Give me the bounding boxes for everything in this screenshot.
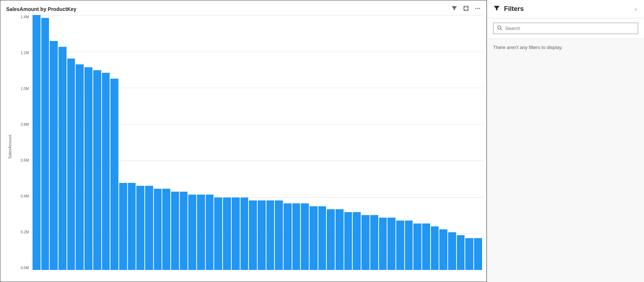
bar-10[interactable] (119, 183, 127, 270)
bar-45[interactable] (422, 223, 430, 270)
bar-13[interactable] (145, 186, 153, 270)
x-tick-30: s₅ (292, 270, 300, 272)
bar-6[interactable] (84, 67, 92, 270)
search-input[interactable] (505, 26, 634, 31)
bar-44[interactable] (413, 223, 421, 270)
x-tick-39: s₃ (370, 270, 378, 272)
bar-8[interactable] (102, 73, 110, 270)
x-tick-40: s₃ (379, 270, 387, 272)
bar-0[interactable] (33, 15, 41, 270)
bar-23[interactable] (232, 198, 240, 270)
bar-11[interactable] (128, 183, 136, 270)
bar-29[interactable] (284, 203, 292, 270)
x-tick-38: s₃ (361, 270, 370, 272)
x-tick-48: s₃ (448, 270, 456, 272)
x-tick-0: B₃ (33, 270, 41, 272)
filters-panel-icon (493, 4, 500, 14)
x-tick-26: s₅ (258, 270, 266, 272)
bar-7[interactable] (93, 70, 101, 270)
x-tick-25: s₅ (249, 270, 257, 272)
bar-51[interactable] (474, 238, 482, 270)
bar-15[interactable] (162, 189, 170, 270)
bar-17[interactable] (180, 192, 188, 270)
focus-mode-icon[interactable] (462, 5, 470, 14)
bar-24[interactable] (240, 198, 249, 270)
filters-empty-message: There aren't any filters to display. (487, 39, 644, 56)
bar-31[interactable] (301, 203, 309, 270)
x-tick-31: s₃ (301, 270, 309, 272)
bar-46[interactable] (431, 226, 439, 270)
y-tick-0.2m: 0.2M (14, 230, 31, 234)
bar-38[interactable] (361, 215, 370, 270)
bar-25[interactable] (249, 200, 257, 270)
x-tick-27: s₅ (266, 270, 274, 272)
bar-22[interactable] (223, 198, 231, 270)
bar-4[interactable] (67, 59, 75, 270)
bar-1[interactable] (41, 18, 49, 270)
filters-header: Filters › (487, 0, 644, 18)
filters-collapse-button[interactable]: › (633, 5, 638, 14)
bar-21[interactable] (214, 198, 222, 270)
y-tick-0.4m: 0.4M (14, 194, 31, 198)
filters-panel: Filters › There aren't any filters to di… (487, 0, 644, 282)
x-tick-18: s₅ (188, 270, 196, 272)
y-tick-1.2m: 1.2M (14, 51, 31, 55)
x-tick-10: s₅ (119, 270, 127, 272)
bar-40[interactable] (379, 218, 387, 270)
bar-41[interactable] (387, 218, 395, 270)
bar-3[interactable] (58, 47, 67, 270)
chart-content: SalesAmount 1.4M 1.2M 1.0M 0.8M 0.6M 0.4… (6, 15, 484, 279)
x-axis: B₃B₃B₃B₃B₃B₃B₃B₃B₃B₃s₅s₅s₅s₅s₅s₅s₅s₅s₅s₅… (31, 270, 484, 279)
bar-20[interactable] (206, 195, 214, 270)
bar-14[interactable] (154, 189, 162, 270)
bar-42[interactable] (396, 221, 404, 270)
x-tick-11: s₅ (128, 270, 136, 272)
search-box[interactable] (493, 23, 638, 34)
y-tick-1.0m: 1.0M (14, 87, 31, 91)
x-tick-5: B₃ (76, 270, 84, 272)
bars-container (31, 15, 484, 270)
bar-18[interactable] (188, 195, 196, 270)
bar-39[interactable] (370, 215, 378, 270)
bar-48[interactable] (448, 232, 456, 270)
x-tick-37: s₃ (353, 270, 361, 272)
x-tick-22: s₅ (223, 270, 231, 272)
bar-30[interactable] (292, 203, 300, 270)
bar-36[interactable] (344, 212, 352, 270)
x-tick-34: s₅ (327, 270, 335, 272)
filter-toolbar-icon[interactable] (450, 5, 459, 14)
y-tick-0.0m: 0.0M (14, 266, 31, 270)
x-tick-49: s₃ (457, 270, 465, 272)
bar-16[interactable] (171, 192, 179, 270)
bar-50[interactable] (465, 238, 473, 270)
x-tick-42: s₃ (396, 270, 404, 272)
bar-43[interactable] (405, 221, 413, 270)
x-tick-29: s₅ (284, 270, 292, 272)
bar-37[interactable] (353, 212, 361, 270)
svg-line-5 (501, 29, 502, 30)
svg-point-3 (479, 8, 480, 9)
more-options-icon[interactable] (473, 5, 482, 14)
bar-12[interactable] (136, 186, 144, 270)
bar-19[interactable] (197, 195, 205, 270)
bar-27[interactable] (266, 200, 274, 270)
bar-34[interactable] (327, 209, 335, 270)
svg-point-1 (476, 8, 477, 9)
x-tick-12: s₅ (136, 270, 144, 272)
svg-point-2 (477, 8, 478, 9)
x-tick-9: B₃ (110, 270, 118, 272)
x-tick-8: B₃ (102, 270, 110, 272)
x-tick-17: s₅ (180, 270, 188, 272)
bar-2[interactable] (50, 41, 58, 270)
bar-49[interactable] (457, 235, 465, 270)
x-tick-46: s₃ (431, 270, 439, 272)
bar-9[interactable] (110, 79, 118, 270)
x-tick-23: s₅ (232, 270, 240, 272)
bar-28[interactable] (275, 200, 283, 270)
bar-32[interactable] (310, 206, 318, 270)
bar-35[interactable] (336, 209, 344, 270)
bar-33[interactable] (318, 206, 326, 270)
bar-26[interactable] (258, 200, 266, 270)
bar-47[interactable] (439, 229, 447, 270)
bar-5[interactable] (76, 64, 84, 270)
